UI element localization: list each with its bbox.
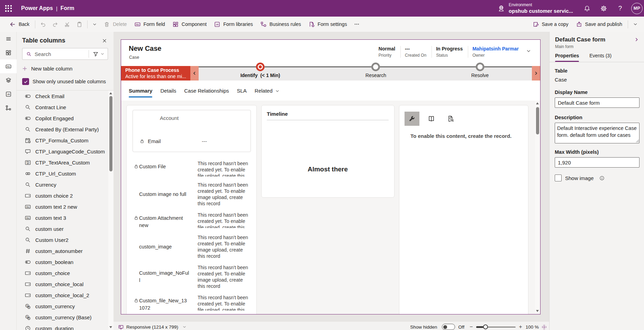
notifications-button[interactable] [579,0,595,17]
record-header-field[interactable]: ---Created On [400,46,432,58]
rail-item-form-libraries[interactable] [0,87,17,101]
panel-scrollbar[interactable] [108,91,114,330]
business-rules-button[interactable]: Business rules [257,18,305,30]
table-column-item[interactable]: custom choice 2 [17,190,114,201]
avatar[interactable]: MP [631,3,643,14]
bpf-stage-circle[interactable] [476,63,484,71]
rail-item-form-properties[interactable] [0,73,17,87]
table-column-item[interactable]: custom_choice_local [17,279,114,290]
table-column-item[interactable]: custom_duration [17,323,114,330]
show-image-checkbox-row[interactable]: Show image [555,175,640,181]
save-a-copy-button[interactable]: Save a copy [529,18,572,30]
rail-item-table-columns[interactable] [0,59,17,73]
scroll-down-icon[interactable] [536,310,539,312]
display-name-input[interactable] [555,97,640,108]
checkbox-checked[interactable] [22,78,29,85]
back-button[interactable]: Back [6,18,33,30]
save-overflow-button[interactable] [630,18,641,30]
show-hidden-toggle[interactable] [442,324,455,330]
bpf-stage[interactable]: Resolve [471,63,489,78]
table-column-item[interactable]: Contract Line [17,102,114,113]
table-column-item[interactable]: Check Email [17,91,114,102]
description-textarea[interactable] [555,123,640,143]
scrollbar-thumb[interactable] [536,107,539,134]
new-table-column-button[interactable]: New table column [22,66,108,72]
form-field-row[interactable]: custom_imageThis record hasn't been crea… [127,234,256,259]
save-and-publish-button[interactable]: Save and publish [572,18,626,30]
form-libraries-button[interactable]: Form libraries [210,18,257,30]
form-field-row[interactable]: Custom image no fullThis record hasn't b… [127,182,256,207]
table-column-item[interactable]: Created By (External Party) [17,124,114,135]
close-panel-button[interactable] [100,37,109,45]
clipboard-overflow-button[interactable] [89,18,100,30]
max-width-input[interactable] [555,157,640,168]
table-column-item[interactable]: custom user [17,223,114,234]
form-preview-canvas[interactable]: New Case Case NormalPriority---Created O… [121,39,541,314]
record-header-field[interactable]: NormalPriority [374,46,400,58]
undo-button[interactable] [37,18,49,30]
reference-panel-card[interactable]: To enable this content, create the recor… [399,105,528,314]
info-icon[interactable] [599,176,605,181]
knowledge-search-tool-button[interactable] [405,112,419,126]
record-header-field[interactable]: In ProgressStatus [432,46,468,58]
table-column-item[interactable]: Custom User2 [17,234,114,245]
tab-events[interactable]: Events (3) [589,51,611,62]
header-field-value[interactable]: Mahipatsinh Parmar [472,46,519,51]
expand-panel-button[interactable] [634,37,639,42]
table-column-item[interactable]: CTP_Url_Custom [17,168,114,179]
filter-button[interactable] [89,50,108,58]
form-tab-details[interactable]: Details [160,81,176,100]
rail-item-tree-view[interactable] [0,32,17,46]
table-column-item[interactable]: custom_currency (Base) [17,312,114,323]
zoom-out-button[interactable]: − [470,324,473,330]
form-tab-sla[interactable]: SLA [237,81,246,100]
paste-button[interactable] [73,18,85,30]
form-field-row[interactable]: Custom FileThis record hasn't been creat… [127,160,256,177]
table-column-item[interactable]: custom_currency [17,301,114,312]
form-factor-selector[interactable]: Responsive (1214 x 799) [118,324,187,330]
rail-item-components[interactable] [0,46,17,59]
table-column-item[interactable]: custom_autonumber [17,245,114,256]
waffle-menu-icon[interactable] [0,0,17,17]
slider-knob[interactable] [483,324,488,329]
fit-to-screen-button[interactable] [542,324,547,330]
form-tab-related[interactable]: Related [255,81,280,100]
checkbox-unchecked[interactable] [555,175,562,181]
table-column-item[interactable]: custom_choice [17,267,114,279]
scroll-up-icon[interactable] [109,92,112,94]
zoom-in-button[interactable]: + [519,324,522,330]
bpf-stage-circle[interactable] [371,63,380,71]
table-column-item[interactable]: Currency [17,179,114,190]
table-column-item[interactable]: Copilot Engaged [17,113,114,124]
record-header-field[interactable]: Mahipatsinh ParmarOwner [468,46,524,58]
delete-button[interactable]: Delete [100,18,130,30]
settings-button[interactable] [595,0,612,17]
knowledge-articles-button[interactable] [424,112,439,126]
table-column-item[interactable]: custom_choice_local_2 [17,290,114,301]
zoom-slider[interactable] [476,324,516,329]
table-column-item[interactable]: CTP_Formula_Custom [17,135,114,146]
bpf-stage-circle[interactable] [256,63,264,71]
bpf-stage[interactable]: Identify (< 1 Min) [241,63,280,78]
bpf-stage[interactable]: Research [365,63,386,78]
table-column-item[interactable]: custom_boolean [17,256,114,267]
form-tab-summary[interactable]: Summary [129,81,152,100]
summary-column-card[interactable]: Account Email --- Custom FileThis record… [126,105,257,314]
timeline-card[interactable]: Timeline Almost there [261,105,394,198]
form-field-row[interactable]: Custom_image_NoFullThis record hasn't be… [127,264,256,289]
help-button[interactable]: ? [612,0,628,17]
table-column-item[interactable]: CTP_TextArea_Custom [17,157,114,168]
cut-button[interactable] [61,18,73,30]
form-field-row[interactable]: Custom Attachment newThis record hasn't … [127,212,256,229]
form-field-button[interactable]: Form field [131,18,169,30]
canvas-scrollbar[interactable] [535,101,540,314]
redo-button[interactable] [49,18,61,30]
scroll-up-icon[interactable] [536,102,539,104]
bpf-process-box[interactable]: Phone to Case Process Active for less th… [121,66,190,81]
more-commands-button[interactable] [351,18,363,30]
environment-picker[interactable]: Environment opshub customer servic... [492,0,579,17]
similar-cases-button[interactable] [443,112,458,126]
header-chevron-down-icon[interactable] [526,48,531,54]
component-button[interactable]: Component [169,18,210,30]
rail-item-business-rules[interactable] [0,101,17,115]
